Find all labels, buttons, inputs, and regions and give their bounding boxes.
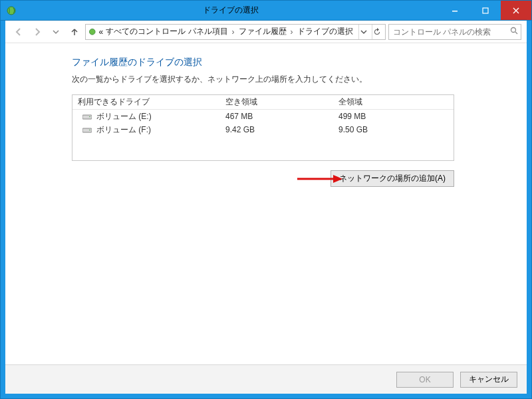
svg-point-4	[511, 28, 516, 33]
refresh-button[interactable]	[372, 25, 382, 39]
drive-total: 9.50 GB	[338, 125, 454, 134]
column-header-name[interactable]: 利用できるドライブ	[72, 96, 225, 108]
ok-button[interactable]: OK	[396, 372, 454, 388]
svg-rect-7	[89, 116, 90, 117]
cancel-button[interactable]: キャンセル	[460, 372, 517, 388]
window-controls	[440, 1, 531, 20]
drive-table: 利用できるドライブ 空き領域 全領域 ボリューム (E:) 467 MB 499…	[72, 94, 454, 161]
window-title: ドライブの選択	[22, 5, 440, 16]
nav-row: « すべてのコントロール パネル項目 › ファイル履歴 › ドライブの選択	[5, 21, 527, 43]
chevron-right-icon: ›	[231, 27, 236, 37]
table-row[interactable]: ボリューム (E:) 467 MB 499 MB	[72, 110, 454, 123]
drive-icon	[82, 112, 92, 120]
drive-free: 467 MB	[225, 112, 338, 121]
annotation-arrow	[296, 174, 342, 184]
svg-line-5	[515, 32, 517, 34]
svg-rect-1	[452, 11, 458, 12]
forward-button[interactable]	[29, 24, 45, 40]
content-area: ファイル履歴のドライブの選択 次の一覧からドライブを選択するか、ネットワーク上の…	[5, 43, 527, 364]
svg-point-3	[89, 29, 95, 35]
table-header: 利用できるドライブ 空き領域 全領域	[72, 95, 454, 110]
table-row[interactable]: ボリューム (F:) 9.42 GB 9.50 GB	[72, 123, 454, 136]
drive-total: 499 MB	[338, 112, 454, 121]
address-dropdown-button[interactable]	[358, 25, 369, 39]
minimize-button[interactable]	[440, 1, 470, 20]
drive-name: ボリューム (E:)	[96, 111, 152, 122]
drive-name: ボリューム (F:)	[96, 124, 151, 136]
up-button[interactable]	[66, 24, 82, 40]
page-heading: ファイル履歴のドライブの選択	[72, 57, 480, 68]
search-icon[interactable]	[510, 27, 518, 37]
breadcrumb-prefix: «	[99, 27, 104, 37]
instruction-text: 次の一覧からドライブを選択するか、ネットワーク上の場所を入力してください。	[72, 74, 480, 85]
maximize-button[interactable]	[470, 1, 501, 20]
search-input[interactable]	[392, 27, 507, 37]
control-panel-icon	[88, 27, 96, 37]
add-network-location-button[interactable]: ネットワークの場所の追加(A)	[331, 170, 454, 187]
svg-rect-9	[89, 130, 90, 130]
app-icon	[6, 5, 17, 16]
breadcrumb-1[interactable]: すべてのコントロール パネル項目	[106, 26, 227, 37]
recent-button[interactable]	[48, 24, 64, 40]
breadcrumb-2[interactable]: ファイル履歴	[239, 26, 287, 37]
svg-rect-2	[483, 8, 488, 13]
titlebar: ドライブの選択	[1, 1, 531, 21]
chevron-right-icon: ›	[289, 27, 295, 37]
column-header-total[interactable]: 全領域	[338, 96, 454, 108]
svg-point-0	[7, 7, 15, 15]
close-button[interactable]	[501, 1, 531, 20]
back-button[interactable]	[11, 24, 27, 40]
drive-icon	[82, 126, 92, 134]
column-header-free[interactable]: 空き領域	[225, 96, 338, 108]
svg-marker-11	[333, 175, 342, 183]
breadcrumb-3[interactable]: ドライブの選択	[297, 26, 353, 37]
drive-free: 9.42 GB	[225, 125, 338, 134]
footer: OK キャンセル	[5, 364, 527, 394]
address-bar[interactable]: « すべてのコントロール パネル項目 › ファイル履歴 › ドライブの選択	[85, 24, 386, 40]
search-box[interactable]	[388, 24, 521, 40]
